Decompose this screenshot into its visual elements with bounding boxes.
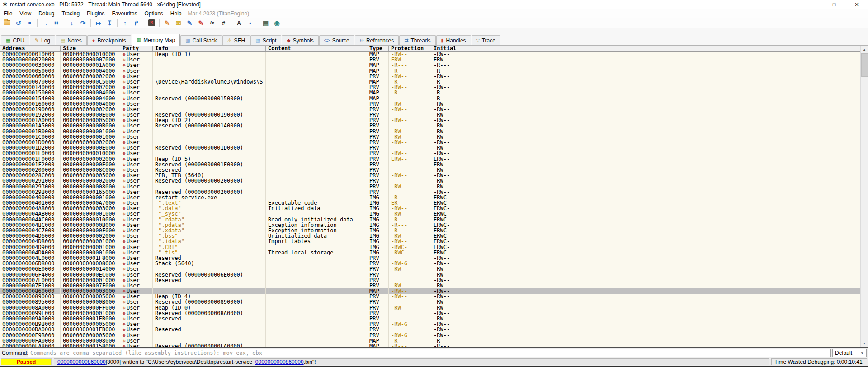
command-profile-select[interactable]: Default ▼ bbox=[832, 349, 867, 357]
highlight-button[interactable]: ✎ bbox=[196, 19, 206, 28]
column-header-initial[interactable]: Initial bbox=[431, 46, 481, 51]
memory-map-row[interactable]: 0000000000F9B0000000000000005000☻UserPRV… bbox=[0, 333, 860, 338]
memory-map-row[interactable]: 0000000000192000000000000000E000☻UserRes… bbox=[0, 112, 860, 118]
close-button[interactable]: ✕ bbox=[845, 0, 868, 9]
memory-map-row[interactable]: 0000000000B9B0000000000000005000☻UserPRV… bbox=[0, 321, 860, 327]
tab-source[interactable]: <>Source bbox=[319, 35, 354, 45]
column-header-content[interactable]: Content bbox=[266, 46, 367, 51]
menu-plugins[interactable]: Plugins bbox=[83, 10, 108, 17]
memory-map-row[interactable]: 000000000007000000000000000C5000☻User\De… bbox=[0, 79, 860, 85]
memory-map-row[interactable]: 0000000000200000000000000008C000☻UserRes… bbox=[0, 167, 860, 173]
memory-map-row[interactable]: 00000000000200000000000000007000☻UserPRV… bbox=[0, 57, 860, 62]
column-header-type[interactable]: Type bbox=[367, 46, 389, 51]
memory-map-row[interactable]: 00000000000500000000000000004000☻UserMAP… bbox=[0, 68, 860, 74]
step-over-button[interactable]: ↷ bbox=[78, 19, 88, 28]
memory-map-row[interactable]: 0000000000FA80000000000000158000☻UserRes… bbox=[0, 343, 860, 347]
memory-map-row[interactable]: 00000000001600000000000000004000☻UserPRV… bbox=[0, 101, 860, 107]
memory-map-row[interactable]: 0000000000FA00000000000000008000☻UserMAP… bbox=[0, 338, 860, 343]
tab-references[interactable]: ⊙References bbox=[355, 35, 399, 45]
address-link[interactable]: 0000000000860000 bbox=[57, 359, 106, 365]
settings-button[interactable]: ▪ bbox=[245, 19, 255, 28]
menu-favourites[interactable]: Favourites bbox=[108, 10, 141, 17]
memory-map-row[interactable]: 00000000004D80000000000000001000☻User ".… bbox=[0, 239, 860, 244]
menu-tracing[interactable]: Tracing bbox=[58, 10, 84, 17]
tab-threads[interactable]: ⇉Threads bbox=[399, 35, 435, 45]
memory-map-row[interactable]: 00000000001900000000000000002000☻UserPRV… bbox=[0, 107, 860, 112]
tab-breakpoints[interactable]: ●Breakpoints bbox=[87, 35, 131, 45]
tab-script[interactable]: ▧Script bbox=[250, 35, 281, 45]
memory-map-row[interactable]: 00000000004BC000000000000000B000☻User ".… bbox=[0, 222, 860, 228]
hash-button[interactable]: # bbox=[218, 19, 229, 28]
memory-map-row[interactable]: 00000000008600000000000000003000☻UserMAP… bbox=[0, 288, 860, 294]
memory-map-row[interactable]: 000000000029B0000000000000165000☻UserRes… bbox=[0, 189, 860, 195]
memory-map-row[interactable]: 00000000004E000000000000001F8000☻UserRes… bbox=[0, 255, 860, 261]
tab-symbols[interactable]: ◆Symbols bbox=[282, 35, 318, 45]
restart-button[interactable]: ↺ bbox=[13, 19, 24, 28]
tab-memory-map[interactable]: ▦Memory Map bbox=[132, 34, 180, 46]
memory-map-row[interactable]: 00000000001D00000000000000002000☻UserPRV… bbox=[0, 140, 860, 145]
calculator-button[interactable]: ▦ bbox=[260, 19, 271, 28]
font-button[interactable]: A bbox=[234, 19, 244, 28]
memory-map-row[interactable]: 00000000004A80000000000000003000☻User ".… bbox=[0, 206, 860, 211]
column-header-party[interactable]: Party bbox=[120, 46, 153, 51]
memory-map-row[interactable]: 00000000002930000000000000008000☻UserPRV… bbox=[0, 184, 860, 189]
minimize-button[interactable]: — bbox=[800, 0, 823, 9]
address-link[interactable]: 0000000000860000 bbox=[255, 359, 304, 365]
memory-map-row[interactable]: 00000000001A00000000000000005000☻UserHea… bbox=[0, 118, 860, 123]
memory-map-row[interactable]: 00000000000600000000000000002000☻UserPRV… bbox=[0, 74, 860, 79]
memory-map-row[interactable]: 00000000004AC0000000000000010000☻User ".… bbox=[0, 217, 860, 222]
memory-map-row[interactable]: 00000000004D60000000000000002000☻User ".… bbox=[0, 233, 860, 239]
tab-log[interactable]: ✎Log bbox=[30, 35, 55, 45]
memory-map-row[interactable]: 00000000001C00000000000000001000☻UserPRV… bbox=[0, 134, 860, 140]
command-input[interactable] bbox=[28, 349, 831, 357]
stop-button[interactable]: ■ bbox=[24, 19, 35, 28]
memory-map-row[interactable]: 0000000000895000000000000000B000☻UserRes… bbox=[0, 299, 860, 305]
scroll-up-icon[interactable]: ▲ bbox=[861, 46, 868, 53]
memory-map-row[interactable]: 00000000008A000000000000000FF000☻UserHea… bbox=[0, 305, 860, 311]
memory-map-row[interactable]: 0000000000DA000000000000001FB000☻UserRes… bbox=[0, 327, 860, 332]
labels-button[interactable]: ✎ bbox=[184, 19, 195, 28]
patches-button[interactable]: ✎ bbox=[162, 19, 172, 28]
step-into-button[interactable]: ↓ bbox=[66, 19, 77, 28]
functions-button[interactable]: fx bbox=[207, 19, 217, 28]
tab-trace[interactable]: ∵Trace bbox=[472, 35, 500, 45]
memory-map-row[interactable]: 00000000000100000000000000010000☻UserHea… bbox=[0, 52, 860, 57]
memory-map-row[interactable]: 00000000004AB0000000000000001000☻User "_… bbox=[0, 211, 860, 216]
tab-notes[interactable]: ▤Notes bbox=[56, 35, 87, 45]
vertical-scrollbar[interactable]: ▲ ▼ bbox=[860, 46, 868, 347]
memory-map-row[interactable]: 00000000006F400000000000000EC000☻UserRes… bbox=[0, 272, 860, 278]
memory-map-row[interactable]: 00000000001F00000000000000002000☻UserHea… bbox=[0, 156, 860, 162]
tab-call-stack[interactable]: ▥Call Stack bbox=[180, 35, 222, 45]
menu-file[interactable]: File bbox=[0, 10, 16, 17]
pause-button[interactable]: ▮▮ bbox=[51, 19, 61, 28]
step-out-button[interactable]: ↑ bbox=[120, 19, 130, 28]
memory-map-row[interactable]: 00000000004C7000000000000000F000☻User ".… bbox=[0, 228, 860, 233]
memory-map-row[interactable]: 00000000004000000000000000001000☻Userres… bbox=[0, 195, 860, 200]
menu-options[interactable]: Options bbox=[141, 10, 166, 17]
memory-map-row[interactable]: 00000000001E00000000000000010000☻UserPRV… bbox=[0, 151, 860, 156]
menu-view[interactable]: View bbox=[16, 10, 35, 17]
memory-map-row[interactable]: 00000000002910000000000000002000☻UserRes… bbox=[0, 178, 860, 184]
memory-map-row[interactable]: 00000000007E00000000000000001000☻UserRes… bbox=[0, 278, 860, 283]
maximize-button[interactable]: □ bbox=[823, 0, 845, 9]
internet-button[interactable]: ◉ bbox=[272, 19, 282, 28]
tab-cpu[interactable]: ▦CPU bbox=[1, 35, 29, 45]
memory-map-row[interactable]: 000000000028C0000000000000005000☻UserPEB… bbox=[0, 173, 860, 178]
memory-map-row[interactable]: 00000000001A5000000000000000B000☻UserRes… bbox=[0, 123, 860, 128]
menu-help[interactable]: Help bbox=[167, 10, 185, 17]
memory-map-row[interactable]: 00000000009A000000000000001FB000☻UserRes… bbox=[0, 316, 860, 321]
memory-map-row[interactable]: 00000000001D2000000000000000E000☻UserRes… bbox=[0, 145, 860, 151]
memory-map-row[interactable]: 00000000006D80000000000000008000☻UserSta… bbox=[0, 261, 860, 266]
memory-map-row[interactable]: 0000000000030000000000000001A000☻UserMAP… bbox=[0, 62, 860, 68]
memory-map-row[interactable]: 000000000040100000000000000A7000☻User ".… bbox=[0, 200, 860, 206]
menu-debug[interactable]: Debug bbox=[35, 10, 58, 17]
column-header-protection[interactable]: Protection bbox=[389, 46, 431, 51]
memory-map-row[interactable]: 00000000001500000000000000004000☻UserMAP… bbox=[0, 90, 860, 95]
tab-handles[interactable]: ▮Handles bbox=[436, 35, 471, 45]
open-file-button[interactable] bbox=[2, 19, 12, 28]
scroll-down-icon[interactable]: ▼ bbox=[861, 339, 868, 347]
tab-seh[interactable]: ⚠SEH bbox=[222, 35, 250, 45]
memory-map-row[interactable]: 00000000001540000000000000004000☻UserRes… bbox=[0, 96, 860, 101]
memory-map-row[interactable]: 00000000008900000000000000005000☻UserHea… bbox=[0, 294, 860, 299]
memory-map-row[interactable]: 00000000004DA0000000000000001000☻User ".… bbox=[0, 250, 860, 255]
